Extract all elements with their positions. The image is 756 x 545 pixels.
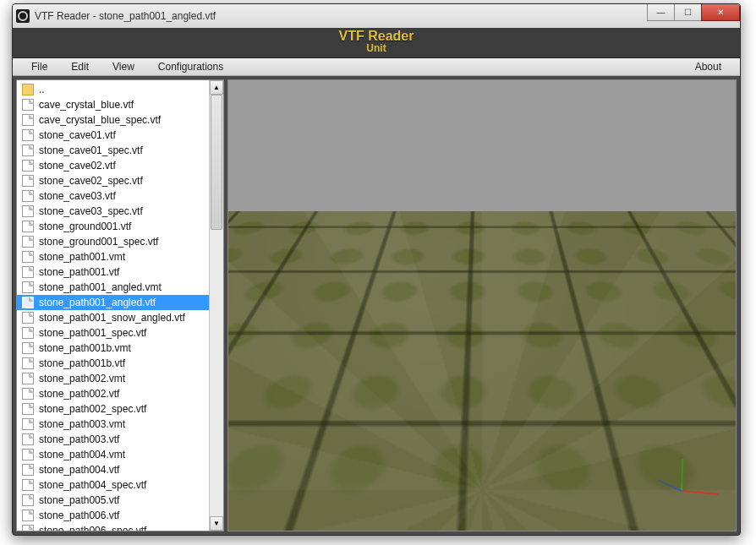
file-icon [22,205,34,217]
file-item[interactable]: stone_cave03.vtf [17,188,223,204]
file-item-label: stone_path001_angled.vtf [39,297,156,308]
folder-up-item[interactable]: .. [17,82,223,97]
scroll-thumb[interactable] [211,95,222,230]
file-icon [22,449,34,461]
file-item[interactable]: stone_path004_spec.vtf [17,477,223,493]
file-item-label: stone_path001b.vtf [39,357,125,369]
file-icon [22,99,34,111]
file-item[interactable]: stone_path001_angled.vmt [17,280,223,295]
file-item-label: stone_cave02.vtf [39,160,116,172]
scroll-down-button[interactable]: ▼ [210,516,223,531]
file-item[interactable]: stone_path001b.vmt [17,341,223,356]
app-window: VTF Reader - stone_path001_angled.vtf — … [12,3,741,536]
file-item[interactable]: stone_cave02_spec.vtf [17,173,223,188]
file-icon [22,144,34,156]
file-item-label: stone_path006.vtf [39,510,119,521]
file-item[interactable]: stone_path004.vmt [17,447,223,462]
minimize-button[interactable]: — [647,4,674,21]
file-item[interactable]: stone_ground001.vtf [17,219,223,234]
file-icon [22,221,34,232]
file-icon [22,312,34,324]
file-item-label: stone_path004.vmt [39,449,125,461]
file-item[interactable]: stone_cave01_spec.vtf [17,143,223,158]
file-list[interactable]: ..cave_crystal_blue.vtfcave_crystal_blue… [17,80,223,531]
file-item[interactable]: stone_path002.vmt [17,371,223,386]
file-item[interactable]: stone_cave03_spec.vtf [17,204,223,219]
file-item-label: .. [39,84,45,95]
file-item-label: stone_cave01.vtf [39,129,116,141]
file-icon [22,464,34,476]
file-item[interactable]: stone_path003.vmt [17,417,223,432]
file-item[interactable]: stone_path006_spec.vtf [17,523,223,531]
file-icon [22,479,34,491]
file-item-label: stone_path001.vtf [39,266,119,278]
titlebar[interactable]: VTF Reader - stone_path001_angled.vtf — … [13,4,740,28]
file-item[interactable]: stone_path001.vtf [17,264,223,280]
file-item-label: stone_path004.vtf [39,464,119,476]
menu-about[interactable]: About [683,59,733,74]
file-item[interactable]: stone_cave02.vtf [17,158,223,173]
file-item[interactable]: stone_path006.vtf [17,508,223,523]
file-icon [22,175,34,187]
file-item-label: stone_path001_spec.vtf [39,327,146,339]
window-controls: — ☐ ✕ [647,4,740,21]
file-icon [22,129,34,141]
file-item[interactable]: stone_path003.vtf [17,432,223,447]
file-item[interactable]: stone_path002.vtf [17,386,223,401]
axis-x-icon [682,490,719,495]
file-item[interactable]: stone_path005.vtf [17,493,223,508]
file-icon [22,281,34,293]
file-list-scrollbar[interactable]: ▲ ▼ [209,80,223,531]
file-icon [22,525,34,531]
file-icon [22,357,34,369]
file-item-label: stone_ground001_spec.vtf [39,236,158,248]
file-icon [22,373,34,384]
file-icon [22,403,34,415]
file-item[interactable]: stone_ground001_spec.vtf [17,234,223,249]
file-browser-panel: ..cave_crystal_blue.vtfcave_crystal_blue… [16,79,224,531]
file-item-label: cave_crystal_blue_spec.vtf [39,114,161,126]
file-item-label: stone_path002_spec.vtf [39,403,146,415]
file-item[interactable]: cave_crystal_blue_spec.vtf [17,112,223,128]
file-item-label: stone_cave03_spec.vtf [39,205,143,217]
file-item[interactable]: stone_path001_angled.vtf [17,295,223,310]
file-icon [22,433,34,445]
file-item-label: stone_path003.vtf [39,433,119,445]
file-icon [22,266,34,278]
app-subtitle: Unit [13,42,740,54]
file-icon [22,190,34,202]
file-item[interactable]: stone_path004.vtf [17,462,223,477]
file-icon [22,251,34,263]
file-icon [22,114,34,126]
menu-view[interactable]: View [101,59,146,74]
file-item[interactable]: stone_path001.vmt [17,249,223,264]
file-icon [22,510,34,521]
file-item-label: stone_path002.vmt [39,373,125,384]
file-item[interactable]: stone_cave01.vtf [17,128,223,143]
file-icon [22,342,34,354]
maximize-button[interactable]: ☐ [674,4,701,21]
file-item-label: stone_cave03.vtf [39,190,116,202]
menu-file[interactable]: File [19,59,59,74]
scroll-track[interactable] [210,95,223,516]
file-icon [22,388,34,400]
file-item-label: stone_cave02_spec.vtf [39,175,143,187]
window-title: VTF Reader - stone_path001_angled.vtf [35,10,216,22]
texture-preview-viewport[interactable] [227,79,737,531]
file-item[interactable]: stone_path001b.vtf [17,356,223,371]
file-icon [22,418,34,430]
main-area: ..cave_crystal_blue.vtfcave_crystal_blue… [13,76,740,535]
menu-configurations[interactable]: Configurations [146,59,235,74]
menu-edit[interactable]: Edit [59,59,101,74]
close-button[interactable]: ✕ [701,4,740,21]
scroll-up-button[interactable]: ▲ [210,80,223,95]
viewport-sky [228,80,736,211]
file-item[interactable]: stone_path001_snow_angled.vtf [17,310,223,325]
file-item[interactable]: stone_path001_spec.vtf [17,325,223,341]
file-item[interactable]: stone_path002_spec.vtf [17,401,223,417]
file-icon [22,297,34,308]
axis-y-icon [681,459,683,491]
file-item-label: stone_path001b.vmt [39,342,131,354]
folder-icon [22,84,34,95]
file-item[interactable]: cave_crystal_blue.vtf [17,97,223,112]
